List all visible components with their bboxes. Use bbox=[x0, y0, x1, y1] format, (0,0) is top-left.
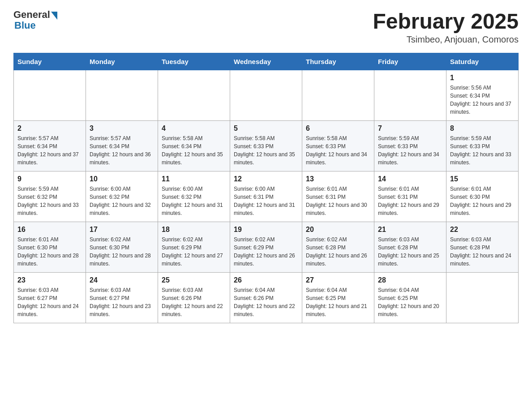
day-number: 19 bbox=[234, 226, 298, 234]
day-info: Sunrise: 5:59 AMSunset: 6:33 PMDaylight:… bbox=[378, 134, 442, 167]
calendar-cell: 23Sunrise: 6:03 AMSunset: 6:27 PMDayligh… bbox=[14, 273, 86, 323]
calendar-cell: 11Sunrise: 6:00 AMSunset: 6:32 PMDayligh… bbox=[158, 171, 230, 222]
calendar-cell bbox=[374, 70, 446, 121]
calendar-week-row: 9Sunrise: 5:59 AMSunset: 6:32 PMDaylight… bbox=[14, 171, 519, 222]
day-info: Sunrise: 5:58 AMSunset: 6:33 PMDaylight:… bbox=[234, 134, 298, 167]
day-number: 27 bbox=[306, 276, 370, 284]
day-number: 10 bbox=[90, 175, 154, 183]
logo-arrow-icon bbox=[51, 12, 57, 20]
calendar-cell: 16Sunrise: 6:01 AMSunset: 6:30 PMDayligh… bbox=[14, 222, 86, 273]
day-info: Sunrise: 5:57 AMSunset: 6:34 PMDaylight:… bbox=[17, 134, 82, 167]
calendar-cell: 25Sunrise: 6:03 AMSunset: 6:26 PMDayligh… bbox=[158, 273, 230, 323]
day-info: Sunrise: 6:00 AMSunset: 6:32 PMDaylight:… bbox=[90, 185, 154, 217]
day-info: Sunrise: 6:04 AMSunset: 6:25 PMDaylight:… bbox=[306, 286, 370, 318]
day-info: Sunrise: 6:00 AMSunset: 6:32 PMDaylight:… bbox=[162, 185, 226, 217]
calendar-cell bbox=[158, 70, 230, 121]
day-number: 18 bbox=[162, 226, 226, 234]
day-number: 4 bbox=[162, 124, 226, 133]
calendar-cell: 21Sunrise: 6:03 AMSunset: 6:28 PMDayligh… bbox=[374, 222, 446, 273]
day-number: 7 bbox=[378, 124, 442, 133]
day-number: 2 bbox=[17, 124, 82, 133]
col-header-saturday: Saturday bbox=[446, 53, 519, 70]
calendar-cell: 4Sunrise: 5:58 AMSunset: 6:34 PMDaylight… bbox=[158, 121, 230, 171]
calendar-cell bbox=[302, 70, 374, 121]
day-info: Sunrise: 6:04 AMSunset: 6:26 PMDaylight:… bbox=[234, 286, 298, 318]
day-number: 6 bbox=[306, 124, 370, 133]
day-info: Sunrise: 6:03 AMSunset: 6:28 PMDaylight:… bbox=[450, 235, 515, 268]
calendar-header-row: SundayMondayTuesdayWednesdayThursdayFrid… bbox=[14, 53, 519, 70]
calendar-cell: 15Sunrise: 6:01 AMSunset: 6:30 PMDayligh… bbox=[446, 171, 519, 222]
calendar-cell: 6Sunrise: 5:58 AMSunset: 6:33 PMDaylight… bbox=[302, 121, 374, 171]
day-number: 16 bbox=[17, 226, 82, 234]
page-header: General Blue February 2025 Tsimbeo, Anjo… bbox=[13, 9, 519, 45]
calendar-cell: 5Sunrise: 5:58 AMSunset: 6:33 PMDaylight… bbox=[230, 121, 302, 171]
day-number: 3 bbox=[90, 124, 154, 133]
calendar-cell: 13Sunrise: 6:01 AMSunset: 6:31 PMDayligh… bbox=[302, 171, 374, 222]
calendar-cell: 9Sunrise: 5:59 AMSunset: 6:32 PMDaylight… bbox=[14, 171, 86, 222]
calendar-cell: 8Sunrise: 5:59 AMSunset: 6:33 PMDaylight… bbox=[446, 121, 519, 171]
calendar-week-row: 23Sunrise: 6:03 AMSunset: 6:27 PMDayligh… bbox=[14, 273, 519, 323]
month-title: February 2025 bbox=[373, 9, 519, 34]
day-info: Sunrise: 6:03 AMSunset: 6:26 PMDaylight:… bbox=[162, 286, 226, 318]
title-section: February 2025 Tsimbeo, Anjouan, Comoros bbox=[373, 9, 519, 45]
calendar-cell bbox=[14, 70, 86, 121]
col-header-friday: Friday bbox=[374, 53, 446, 70]
day-info: Sunrise: 6:03 AMSunset: 6:27 PMDaylight:… bbox=[17, 286, 82, 318]
day-info: Sunrise: 6:03 AMSunset: 6:28 PMDaylight:… bbox=[378, 235, 442, 268]
calendar-cell: 18Sunrise: 6:02 AMSunset: 6:29 PMDayligh… bbox=[158, 222, 230, 273]
day-number: 5 bbox=[234, 124, 298, 133]
calendar-cell: 12Sunrise: 6:00 AMSunset: 6:31 PMDayligh… bbox=[230, 171, 302, 222]
day-number: 1 bbox=[450, 74, 515, 82]
logo-blue-text: Blue bbox=[14, 20, 36, 31]
day-number: 23 bbox=[17, 276, 82, 284]
day-info: Sunrise: 5:56 AMSunset: 6:34 PMDaylight:… bbox=[450, 84, 515, 116]
day-info: Sunrise: 6:00 AMSunset: 6:31 PMDaylight:… bbox=[234, 185, 298, 217]
calendar-week-row: 2Sunrise: 5:57 AMSunset: 6:34 PMDaylight… bbox=[14, 121, 519, 171]
day-info: Sunrise: 6:01 AMSunset: 6:30 PMDaylight:… bbox=[450, 185, 515, 217]
day-number: 8 bbox=[450, 124, 515, 133]
day-number: 11 bbox=[162, 175, 226, 183]
calendar-cell: 27Sunrise: 6:04 AMSunset: 6:25 PMDayligh… bbox=[302, 273, 374, 323]
day-number: 15 bbox=[450, 175, 515, 183]
day-info: Sunrise: 5:59 AMSunset: 6:32 PMDaylight:… bbox=[17, 185, 82, 217]
calendar-cell bbox=[446, 273, 519, 323]
day-number: 26 bbox=[234, 276, 298, 284]
col-header-thursday: Thursday bbox=[302, 53, 374, 70]
day-info: Sunrise: 6:04 AMSunset: 6:25 PMDaylight:… bbox=[378, 286, 442, 318]
day-number: 9 bbox=[17, 175, 82, 183]
calendar-cell: 14Sunrise: 6:01 AMSunset: 6:31 PMDayligh… bbox=[374, 171, 446, 222]
day-number: 17 bbox=[90, 226, 154, 234]
day-info: Sunrise: 6:02 AMSunset: 6:29 PMDaylight:… bbox=[234, 235, 298, 268]
calendar-cell: 3Sunrise: 5:57 AMSunset: 6:34 PMDaylight… bbox=[86, 121, 158, 171]
calendar-cell: 22Sunrise: 6:03 AMSunset: 6:28 PMDayligh… bbox=[446, 222, 519, 273]
day-info: Sunrise: 5:59 AMSunset: 6:33 PMDaylight:… bbox=[450, 134, 515, 167]
day-number: 28 bbox=[378, 276, 442, 284]
location-title: Tsimbeo, Anjouan, Comoros bbox=[373, 34, 519, 45]
day-number: 24 bbox=[90, 276, 154, 284]
day-info: Sunrise: 6:02 AMSunset: 6:29 PMDaylight:… bbox=[162, 235, 226, 268]
col-header-monday: Monday bbox=[86, 53, 158, 70]
day-info: Sunrise: 6:01 AMSunset: 6:30 PMDaylight:… bbox=[17, 235, 82, 268]
calendar-cell: 19Sunrise: 6:02 AMSunset: 6:29 PMDayligh… bbox=[230, 222, 302, 273]
day-info: Sunrise: 6:02 AMSunset: 6:30 PMDaylight:… bbox=[90, 235, 154, 268]
calendar-cell: 24Sunrise: 6:03 AMSunset: 6:27 PMDayligh… bbox=[86, 273, 158, 323]
logo-general-text: General bbox=[13, 9, 50, 21]
day-number: 14 bbox=[378, 175, 442, 183]
col-header-tuesday: Tuesday bbox=[158, 53, 230, 70]
day-info: Sunrise: 6:02 AMSunset: 6:28 PMDaylight:… bbox=[306, 235, 370, 268]
calendar-cell: 17Sunrise: 6:02 AMSunset: 6:30 PMDayligh… bbox=[86, 222, 158, 273]
day-info: Sunrise: 5:58 AMSunset: 6:34 PMDaylight:… bbox=[162, 134, 226, 167]
calendar-cell: 28Sunrise: 6:04 AMSunset: 6:25 PMDayligh… bbox=[374, 273, 446, 323]
day-info: Sunrise: 5:57 AMSunset: 6:34 PMDaylight:… bbox=[90, 134, 154, 167]
calendar-cell: 2Sunrise: 5:57 AMSunset: 6:34 PMDaylight… bbox=[14, 121, 86, 171]
calendar-cell: 26Sunrise: 6:04 AMSunset: 6:26 PMDayligh… bbox=[230, 273, 302, 323]
day-number: 21 bbox=[378, 226, 442, 234]
logo: General Blue bbox=[13, 9, 57, 31]
calendar-cell: 7Sunrise: 5:59 AMSunset: 6:33 PMDaylight… bbox=[374, 121, 446, 171]
day-info: Sunrise: 6:03 AMSunset: 6:27 PMDaylight:… bbox=[90, 286, 154, 318]
col-header-sunday: Sunday bbox=[14, 53, 86, 70]
day-info: Sunrise: 6:01 AMSunset: 6:31 PMDaylight:… bbox=[306, 185, 370, 217]
day-number: 13 bbox=[306, 175, 370, 183]
calendar-week-row: 1Sunrise: 5:56 AMSunset: 6:34 PMDaylight… bbox=[14, 70, 519, 121]
col-header-wednesday: Wednesday bbox=[230, 53, 302, 70]
